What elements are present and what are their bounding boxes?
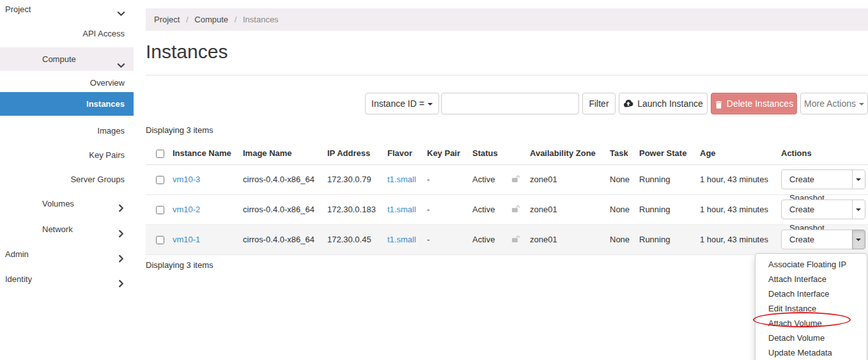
breadcrumb-compute[interactable]: Compute [194, 15, 228, 24]
column-header-status: Status [472, 142, 511, 164]
title-divider [146, 75, 868, 75]
unlock-icon [511, 174, 521, 185]
table-header-row: Instance Name Image Name IP Address Flav… [146, 142, 868, 164]
key-pair-cell: - [427, 164, 472, 194]
chevron-right-icon [117, 276, 125, 284]
status-cell: Active [472, 224, 511, 254]
chevron-right-icon [117, 200, 125, 208]
caret-down-icon [856, 239, 861, 241]
sidebar-item-compute[interactable]: Compute [0, 47, 134, 71]
ip-address-cell: 172.30.0.183 [327, 194, 387, 224]
column-header-age: Age [700, 142, 781, 164]
chevron-right-icon [117, 226, 125, 234]
menu-item-attach-volume[interactable]: Attach Volume [756, 316, 867, 331]
row-actions-caret-button[interactable] [852, 200, 865, 219]
unlock-icon [511, 204, 521, 215]
sidebar-item-label: Identity [5, 274, 32, 284]
instance-link[interactable]: vm10-2 [173, 205, 200, 214]
row-actions-caret-button[interactable] [852, 169, 865, 189]
task-cell: None [610, 224, 639, 254]
caret-down-icon [856, 178, 861, 181]
flavor-link[interactable]: t1.small [387, 205, 416, 214]
breadcrumb-current: Instances [243, 15, 279, 24]
column-header-availability-zone: Availability Zone [530, 142, 610, 164]
sidebar-item-api-access[interactable]: API Access [0, 24, 134, 43]
sidebar-item-label: Project [5, 4, 31, 14]
delete-instances-button[interactable]: Delete Instances [711, 93, 797, 114]
column-header-power-state: Power State [639, 142, 700, 164]
breadcrumb-project[interactable]: Project [154, 15, 180, 24]
instance-link[interactable]: vm10-1 [173, 235, 200, 244]
sidebar-item-network[interactable]: Network [0, 220, 134, 239]
image-name-cell: cirros-0.4.0-x86_64 [243, 194, 327, 224]
menu-item-associate-floating-ip[interactable]: Associate Floating IP [756, 257, 867, 272]
row-actions-split-button: Create Snapshot [781, 169, 865, 189]
menu-item-attach-interface[interactable]: Attach Interface [756, 272, 867, 286]
row-actions-split-button: Create Snapshot [781, 200, 865, 219]
menu-item-detach-volume[interactable]: Detach Volume [756, 331, 867, 345]
sidebar-item-admin[interactable]: Admin [0, 245, 134, 264]
row-actions-caret-button-open[interactable] [852, 230, 865, 249]
filter-button[interactable]: Filter [582, 93, 616, 114]
sidebar-item-images[interactable]: Images [0, 121, 134, 141]
power-state-cell: Running [639, 194, 700, 224]
breadcrumb-separator: / [231, 15, 241, 24]
age-cell: 1 hour, 43 minutes [700, 194, 781, 224]
flavor-link[interactable]: t1.small [387, 175, 416, 184]
instances-table: Instance Name Image Name IP Address Flav… [146, 142, 868, 255]
instance-link[interactable]: vm10-3 [173, 175, 200, 184]
filter-input[interactable] [441, 93, 579, 114]
flavor-link[interactable]: t1.small [387, 235, 416, 244]
sidebar-item-label: API Access [82, 29, 125, 38]
sidebar-item-instances[interactable]: Instances [0, 92, 134, 116]
sidebar-item-volumes[interactable]: Volumes [0, 194, 134, 214]
sidebar-item-label: Admin [5, 249, 29, 259]
caret-down-icon [856, 208, 861, 211]
sidebar-item-label: Compute [42, 54, 76, 64]
row-actions-menu: Associate Floating IP Attach Interface D… [755, 253, 867, 360]
more-actions-button[interactable]: More Actions [800, 93, 868, 114]
caret-down-icon [859, 103, 864, 106]
select-all-checkbox[interactable] [156, 150, 164, 158]
task-cell: None [610, 194, 639, 224]
image-name-cell: cirros-0.4.0-x86_64 [243, 224, 327, 254]
row-checkbox[interactable] [156, 236, 164, 244]
sidebar-item-label: Instances [86, 99, 125, 109]
sidebar-item-server-groups[interactable]: Server Groups [0, 170, 134, 189]
image-name-cell: cirros-0.4.0-x86_64 [243, 164, 327, 194]
row-checkbox[interactable] [156, 206, 164, 214]
age-cell: 1 hour, 43 minutes [700, 164, 781, 194]
sidebar-item-identity[interactable]: Identity [0, 270, 134, 289]
row-checkbox[interactable] [156, 176, 164, 184]
cloud-upload-icon [623, 95, 633, 116]
ip-address-cell: 172.30.0.45 [327, 224, 387, 254]
menu-item-detach-interface[interactable]: Detach Interface [756, 286, 867, 301]
items-count-bottom: Displaying 3 items [146, 260, 213, 270]
breadcrumb-separator: / [182, 15, 192, 24]
status-cell: Active [472, 164, 511, 194]
create-snapshot-button[interactable]: Create Snapshot [781, 200, 853, 219]
sidebar-item-key-pairs[interactable]: Key Pairs [0, 146, 134, 165]
menu-item-edit-instance[interactable]: Edit Instance [756, 301, 867, 316]
create-snapshot-button[interactable]: Create Snapshot [781, 230, 853, 249]
task-cell: None [610, 164, 639, 194]
launch-instance-button[interactable]: Launch Instance [619, 93, 708, 114]
sidebar-item-label: Overview [90, 78, 125, 88]
caret-down-icon [428, 103, 433, 106]
unlock-icon [511, 234, 521, 245]
sidebar-item-label: Volumes [42, 199, 74, 208]
filter-field-label: Instance ID = [371, 98, 424, 109]
more-actions-label: More Actions [804, 98, 856, 109]
trash-icon [715, 95, 723, 116]
column-header-flavor: Flavor [387, 142, 427, 164]
items-count-top: Displaying 3 items [146, 125, 213, 135]
column-header-instance-name: Instance Name [173, 142, 243, 164]
power-state-cell: Running [639, 224, 700, 254]
filter-field-select[interactable]: Instance ID = [365, 93, 439, 114]
breadcrumb: Project / Compute / Instances [146, 8, 868, 31]
create-snapshot-button[interactable]: Create Snapshot [781, 169, 853, 189]
column-header-actions: Actions [781, 142, 868, 164]
sidebar-item-project[interactable]: Project [0, 0, 134, 19]
sidebar-item-overview[interactable]: Overview [0, 74, 134, 93]
menu-item-update-metadata[interactable]: Update Metadata [756, 345, 867, 360]
